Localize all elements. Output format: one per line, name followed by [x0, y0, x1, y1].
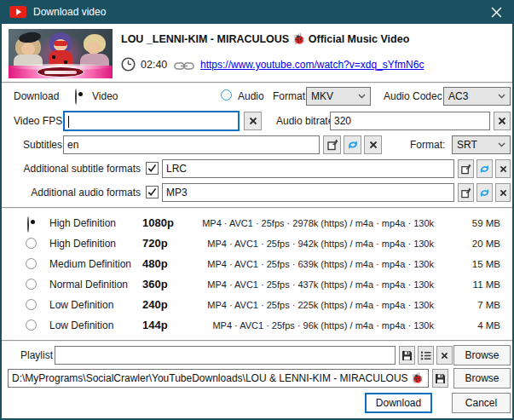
- additional-subtitle-clear-button[interactable]: [495, 159, 511, 178]
- titlebar: Download video: [0, 0, 514, 24]
- quality-radio-240p[interactable]: [26, 299, 37, 310]
- additional-subtitle-export-button[interactable]: [458, 159, 474, 178]
- check-icon: [147, 187, 157, 197]
- video-url-link[interactable]: https://www.youtube.com/watch?v=xdq_sYfm…: [200, 59, 424, 71]
- chevron-down-icon: [498, 94, 505, 99]
- playlist-list-button[interactable]: [418, 346, 434, 365]
- quality-definition[interactable]: Medium Definition: [49, 258, 131, 270]
- playlist-input[interactable]: [55, 346, 396, 365]
- save-icon: [435, 373, 446, 384]
- video-fps-input[interactable]: [63, 111, 240, 131]
- quality-radio-720p[interactable]: [26, 238, 37, 249]
- quality-codec: MP4 · AVC1 · 25fps · 2978k (https) / m4a…: [181, 218, 434, 228]
- quality-resolution[interactable]: 240p: [142, 298, 168, 311]
- quality-size: 59 MB: [445, 218, 500, 228]
- audio-codec-select[interactable]: AC3: [443, 87, 511, 106]
- playlist-browse-button[interactable]: Browse: [453, 345, 511, 365]
- quality-size: 7 MB: [445, 300, 500, 310]
- quality-size: 11 MB: [445, 279, 500, 290]
- close-icon: [491, 7, 502, 18]
- output-path-save-button[interactable]: [432, 369, 448, 388]
- export-icon: [460, 164, 471, 175]
- additional-audio-label: Additional audio formats: [13, 187, 141, 198]
- chevron-down-icon: [358, 94, 366, 99]
- quality-definition[interactable]: Normal Definition: [49, 279, 128, 291]
- additional-audio-refresh-button[interactable]: [476, 183, 493, 202]
- quality-resolution[interactable]: 480p: [142, 257, 168, 270]
- quality-definition[interactable]: Low Definition: [49, 319, 113, 331]
- video-fps-clear-button[interactable]: [244, 112, 262, 130]
- video-radio-label[interactable]: Video: [92, 90, 118, 102]
- clear-icon: [498, 117, 506, 125]
- check-icon: [147, 164, 157, 173]
- audio-bitrate-input[interactable]: [330, 112, 490, 130]
- playlist-clear-button[interactable]: [436, 346, 453, 365]
- quality-codec: MP4 · AVC1 · 25fps · 942k (https) / m4a …: [181, 239, 434, 249]
- audio-bitrate-clear-button[interactable]: [494, 112, 511, 130]
- additional-audio-checkbox[interactable]: [146, 186, 159, 198]
- quality-resolution[interactable]: 720p: [142, 237, 168, 250]
- subtitles-input[interactable]: [63, 135, 320, 154]
- export-icon: [460, 187, 471, 198]
- cancel-button[interactable]: Cancel: [452, 393, 511, 413]
- close-button[interactable]: [485, 3, 507, 20]
- separator: [2, 82, 512, 83]
- video-radio[interactable]: [75, 89, 77, 105]
- subtitles-clear-button[interactable]: [364, 135, 382, 154]
- playlist-icon: [420, 350, 431, 361]
- clear-icon: [369, 141, 378, 149]
- quality-definition[interactable]: High Definition: [49, 217, 116, 229]
- output-path-input[interactable]: [8, 369, 429, 388]
- playlist-save-button[interactable]: [399, 346, 415, 365]
- quality-size: 20 MB: [445, 239, 500, 249]
- quality-codec: MP4 · AVC1 · 25fps · 437k (https) / m4a …: [181, 279, 434, 290]
- quality-size: 15 MB: [445, 259, 500, 269]
- additional-subtitle-refresh-button[interactable]: [476, 159, 493, 178]
- additional-audio-export-button[interactable]: [458, 183, 474, 202]
- quality-radio-144p[interactable]: [26, 319, 37, 331]
- separator: [2, 340, 512, 342]
- audio-radio[interactable]: [221, 89, 232, 101]
- quality-definition[interactable]: High Definition: [49, 238, 116, 250]
- clear-icon: [500, 165, 507, 173]
- save-icon: [401, 350, 413, 361]
- playlist-label: Playlist: [20, 349, 53, 361]
- additional-subtitle-checkbox[interactable]: [146, 162, 159, 175]
- audio-bitrate-label: Audio bitrate: [276, 115, 333, 127]
- export-icon: [326, 139, 338, 151]
- audio-codec-label: Audio Codec: [384, 90, 442, 102]
- additional-audio-clear-button[interactable]: [495, 183, 511, 202]
- quality-radio-1080p[interactable]: [27, 216, 29, 233]
- refresh-icon: [347, 139, 359, 151]
- quality-resolution[interactable]: 360p: [142, 278, 168, 291]
- link-icon: [174, 61, 194, 71]
- quality-codec: MP4 · AVC1 · 25fps · 225k (https) / m4a …: [181, 300, 434, 310]
- clear-icon: [500, 189, 507, 197]
- quality-radio-480p[interactable]: [26, 258, 37, 269]
- download-button[interactable]: Download: [365, 393, 432, 413]
- youtube-icon: [9, 6, 26, 18]
- video-duration: 02:40: [141, 59, 167, 71]
- quality-resolution[interactable]: 144p: [142, 319, 168, 331]
- quality-codec: MP4 · AVC1 · 25fps · 96k (https) / m4a ·…: [181, 320, 434, 331]
- video-thumbnail: [9, 29, 113, 78]
- subtitles-refresh-button[interactable]: [344, 135, 361, 154]
- separator: [2, 207, 512, 209]
- audio-radio-label[interactable]: Audio: [238, 90, 264, 102]
- quality-radio-360p[interactable]: [26, 279, 37, 290]
- download-label: Download: [14, 90, 59, 102]
- chevron-down-icon: [498, 142, 505, 147]
- video-title: LOU _LENNI-KIM - MIRACULOUS 🐞 Official M…: [121, 32, 409, 45]
- additional-subtitle-input[interactable]: [162, 159, 454, 178]
- video-fps-label: Video FPS: [14, 115, 62, 127]
- refresh-icon: [479, 164, 490, 175]
- subtitle-format-label: Format:: [410, 139, 445, 151]
- clear-icon: [249, 117, 257, 125]
- output-path-browse-button[interactable]: Browse: [453, 368, 511, 388]
- subtitles-export-button[interactable]: [323, 135, 341, 154]
- format-select[interactable]: MKV: [306, 87, 371, 106]
- quality-resolution[interactable]: 1080p: [142, 216, 174, 229]
- quality-definition[interactable]: Low Definition: [49, 299, 113, 311]
- additional-audio-input[interactable]: [162, 183, 454, 202]
- subtitle-format-select[interactable]: SRT: [452, 135, 511, 154]
